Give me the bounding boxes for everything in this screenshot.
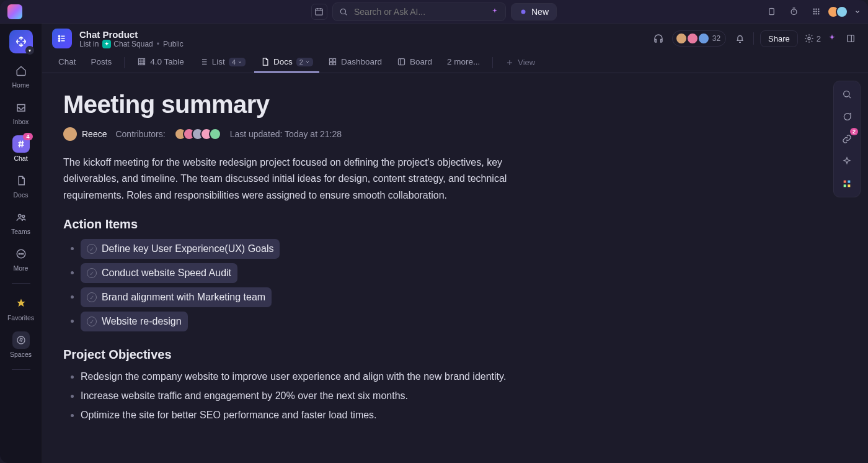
nav-item-spaces[interactable]: Spaces xyxy=(6,328,37,362)
svg-point-32 xyxy=(844,91,849,97)
svg-point-2 xyxy=(521,9,525,14)
star-icon xyxy=(16,298,27,309)
sparkle-icon[interactable] xyxy=(827,34,837,43)
plus-sparkle-icon xyxy=(519,7,528,16)
task-chip[interactable]: ✓Conduct website Speed Audit xyxy=(81,263,237,283)
action-items-heading[interactable]: Action Items xyxy=(63,217,529,232)
objectives-heading[interactable]: Project Objectives xyxy=(63,348,529,362)
svg-point-5 xyxy=(813,9,815,11)
nav-divider xyxy=(12,369,30,370)
timer-icon[interactable] xyxy=(786,4,802,20)
svg-point-9 xyxy=(816,11,818,12)
search-input[interactable] xyxy=(353,6,485,17)
list-item[interactable]: ✓Brand alignment with Marketing team xyxy=(81,287,529,307)
contributors-avatars[interactable] xyxy=(174,128,221,140)
rail-comment-icon[interactable] xyxy=(838,107,856,126)
doc-title[interactable]: Meeting summary xyxy=(63,91,529,119)
objectives-list: Redesign the company website to improve … xyxy=(63,369,529,423)
teams-icon xyxy=(16,212,27,223)
tab-list[interactable]: List 4 xyxy=(193,52,252,73)
docs-icon xyxy=(16,175,27,186)
nav-item-inbox[interactable]: Inbox xyxy=(6,95,37,129)
document-scroll[interactable]: Meeting summary Reece Contributors: L xyxy=(42,73,868,463)
doc-author[interactable]: Reece xyxy=(63,127,107,141)
list-item[interactable]: Redesign the company website to improve … xyxy=(81,369,529,384)
rail-apps-icon[interactable] xyxy=(838,174,856,193)
svg-point-20 xyxy=(17,336,25,344)
nav-item-chat[interactable]: 4 Chat xyxy=(6,132,37,166)
apps-grid-icon[interactable] xyxy=(808,4,825,20)
avatar xyxy=(675,32,688,45)
nav-label: Chat xyxy=(14,155,27,162)
nav-item-teams[interactable]: Teams xyxy=(6,205,37,239)
svg-rect-25 xyxy=(848,35,854,42)
nav-badge: 4 xyxy=(23,133,32,140)
tab-board[interactable]: Board xyxy=(391,52,438,73)
svg-point-7 xyxy=(818,9,820,11)
topbar-avatar-group[interactable] xyxy=(831,6,848,18)
tab-more[interactable]: 2 more... xyxy=(441,52,486,73)
search-bar[interactable] xyxy=(332,2,506,21)
svg-rect-28 xyxy=(333,59,335,61)
add-view-button[interactable]: View xyxy=(499,53,541,72)
rail-ai-icon[interactable] xyxy=(838,152,856,171)
svg-point-12 xyxy=(816,13,818,15)
tab-chat[interactable]: Chat xyxy=(52,52,82,73)
svg-point-10 xyxy=(818,11,820,12)
squad-name: Chat Squad xyxy=(113,40,153,48)
nav-item-favorites[interactable]: Favorites xyxy=(6,291,37,325)
clipboard-icon[interactable] xyxy=(764,4,780,20)
svg-rect-0 xyxy=(316,9,322,15)
svg-point-24 xyxy=(808,37,810,40)
list-item[interactable]: ✓Define key User Experience(UX) Goals xyxy=(81,239,529,259)
chevron-down-icon[interactable] xyxy=(854,9,861,15)
check-icon[interactable]: ✓ xyxy=(87,317,97,326)
squad-chip[interactable]: ✦ Chat Squad xyxy=(102,40,153,48)
task-chip[interactable]: ✓Website re-design xyxy=(81,312,188,331)
check-icon[interactable]: ✓ xyxy=(87,244,97,254)
list-item[interactable]: ✓Website re-design xyxy=(81,312,529,331)
share-button[interactable]: Share xyxy=(760,30,798,47)
calendar-icon[interactable] xyxy=(311,4,327,20)
nav-item-home[interactable]: Home xyxy=(6,58,37,92)
svg-point-17 xyxy=(19,253,20,254)
nav-item-more[interactable]: More xyxy=(6,241,37,276)
task-chip[interactable]: ✓Brand alignment with Marketing team xyxy=(81,287,272,307)
rail-search-icon[interactable] xyxy=(838,85,856,104)
workspace-switcher[interactable]: ▾ xyxy=(9,30,33,53)
task-chip[interactable]: ✓Define key User Experience(UX) Goals xyxy=(81,239,280,259)
tab-docs[interactable]: Docs 2 xyxy=(254,52,319,73)
panel-icon[interactable] xyxy=(843,31,858,46)
check-icon[interactable]: ✓ xyxy=(87,292,97,302)
plus-icon xyxy=(505,58,514,67)
check-icon[interactable]: ✓ xyxy=(87,268,97,278)
list-icon[interactable] xyxy=(52,29,72,48)
nav-item-docs[interactable]: Docs xyxy=(6,168,37,202)
chevron-down-icon: ▾ xyxy=(25,46,34,55)
dashboard-icon xyxy=(328,57,337,66)
headphones-icon[interactable] xyxy=(651,31,666,46)
action-items-list: ✓Define key User Experience(UX) Goals ✓C… xyxy=(63,239,529,331)
viewer-avatars[interactable]: 32 xyxy=(672,30,726,47)
brand-logo[interactable] xyxy=(7,4,22,19)
search-icon xyxy=(339,7,348,16)
list-item[interactable]: ✓Conduct website Speed Audit xyxy=(81,263,529,283)
rail-link-icon[interactable]: 2 xyxy=(838,130,856,148)
ai-chip[interactable]: 2 xyxy=(804,34,821,43)
svg-point-1 xyxy=(340,9,345,14)
list-item[interactable]: Optimize the site for better SEO perform… xyxy=(81,408,529,423)
nav-divider xyxy=(12,283,30,284)
doc-summary[interactable]: The kickoff meeting for the website rede… xyxy=(63,155,529,204)
tab-posts[interactable]: Posts xyxy=(85,52,118,73)
tabs-bar: Chat Posts 4.0 Table List 4 Docs 2 Dashb… xyxy=(42,52,868,73)
list-title[interactable]: Chat Product xyxy=(79,29,184,40)
new-button[interactable]: New xyxy=(511,3,557,20)
svg-rect-27 xyxy=(329,59,332,61)
tab-dashboard[interactable]: Dashboard xyxy=(322,52,388,73)
contributors-label: Contributors: xyxy=(115,129,165,139)
tab-table[interactable]: 4.0 Table xyxy=(131,52,190,73)
svg-point-13 xyxy=(818,13,820,15)
inbox-icon xyxy=(16,102,27,113)
bell-icon[interactable] xyxy=(732,31,747,46)
list-item[interactable]: Increase website traffic and engagement … xyxy=(81,389,529,403)
